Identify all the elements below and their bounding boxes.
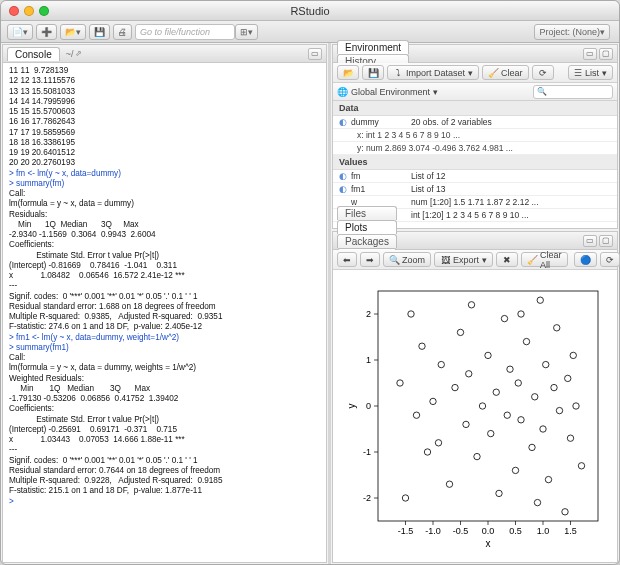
svg-text:0: 0 (365, 401, 370, 411)
print-button[interactable]: 🖨 (113, 24, 132, 40)
svg-point-46 (504, 412, 510, 418)
broom-icon: 🧹 (527, 255, 537, 265)
goto-file-input[interactable]: Go to file/function (135, 24, 235, 40)
svg-point-31 (429, 398, 435, 404)
new-project-button[interactable]: ➕ (36, 24, 57, 40)
environment-pane: EnvironmentHistory ▭ ▢ 📂 💾 ⤵Import Datas… (332, 44, 618, 229)
svg-text:1.0: 1.0 (536, 526, 549, 536)
load-workspace-button[interactable]: 📂 (337, 65, 359, 80)
import-icon: ⤵ (393, 68, 403, 78)
tab-plots[interactable]: Plots (337, 220, 397, 234)
svg-text:-1: -1 (362, 447, 370, 457)
console-path-icon[interactable]: ⇗ (75, 49, 82, 58)
svg-point-36 (457, 329, 463, 335)
rstudio-window: RStudio 📄▾ ➕ 📂▾ 💾 🖨 Go to file/function … (0, 0, 620, 565)
svg-point-53 (531, 394, 537, 400)
console-min-button[interactable]: ▭ (308, 48, 322, 60)
plots-min-button[interactable]: ▭ (583, 235, 597, 247)
plots-max-button[interactable]: ▢ (599, 235, 613, 247)
plots-toolbar: ⬅ ➡ 🔍Zoom 🖼Export ▾ ✖ 🧹Clear All 🔵 ⟳ (333, 250, 617, 270)
svg-point-70 (517, 311, 523, 317)
tab-files[interactable]: Files (337, 206, 397, 220)
zoom-button[interactable]: 🔍Zoom (383, 252, 431, 267)
refresh-plot-button[interactable]: ⟳ (600, 252, 620, 267)
scatter-plot: -1.5-1.0-0.50.00.51.01.5-2-1012xy (343, 281, 608, 551)
svg-point-42 (487, 430, 493, 436)
svg-text:0.0: 0.0 (481, 526, 494, 536)
svg-text:0.5: 0.5 (509, 526, 522, 536)
arrow-right-icon: ➡ (366, 255, 374, 265)
publish-icon: 🔵 (580, 255, 591, 265)
new-file-button[interactable]: 📄▾ (7, 24, 33, 40)
panes: Console ~/ ⇗ ▭ 11 11 9.72813912 12 13.11… (1, 43, 619, 564)
env-subrow: x: int 1 2 3 4 5 6 7 8 9 10 ... (333, 129, 617, 142)
env-row[interactable]: ◐fmList of 12 (333, 170, 617, 183)
export-button[interactable]: 🖼Export ▾ (434, 252, 493, 267)
svg-point-66 (578, 463, 584, 469)
svg-point-41 (484, 352, 490, 358)
tab-console[interactable]: Console (7, 47, 60, 61)
addins-button[interactable]: ⊞▾ (235, 24, 258, 40)
environment-header: EnvironmentHistory ▭ ▢ (333, 45, 617, 63)
traffic-lights (9, 6, 49, 16)
svg-point-61 (561, 509, 567, 515)
broom-icon: 🧹 (488, 68, 498, 78)
plot-prev-button[interactable]: ⬅ (337, 252, 357, 267)
remove-plot-button[interactable]: ✖ (496, 252, 518, 267)
view-mode-button[interactable]: ☰ List ▾ (568, 65, 613, 80)
svg-point-63 (567, 435, 573, 441)
env-row[interactable]: ◐dummy20 obs. of 2 variables (333, 116, 617, 129)
import-dataset-button[interactable]: ⤵Import Dataset ▾ (387, 65, 479, 80)
refresh-button[interactable]: ⟳ (532, 65, 554, 80)
minimize-icon[interactable] (24, 6, 34, 16)
svg-text:1.5: 1.5 (564, 526, 577, 536)
svg-point-44 (495, 490, 501, 496)
svg-point-56 (542, 361, 548, 367)
svg-point-68 (407, 311, 413, 317)
env-scope[interactable]: Global Environment ▾ (351, 87, 438, 97)
publish-button[interactable]: 🔵 (574, 252, 597, 267)
clear-button[interactable]: 🧹Clear (482, 65, 529, 80)
env-max-button[interactable]: ▢ (599, 48, 613, 60)
clear-all-button[interactable]: 🧹Clear All (521, 252, 568, 267)
svg-point-40 (479, 403, 485, 409)
zoom-icon[interactable] (39, 6, 49, 16)
refresh-icon: ⟳ (606, 255, 614, 265)
svg-point-60 (556, 407, 562, 413)
svg-point-58 (550, 384, 556, 390)
arrow-left-icon: ⬅ (343, 255, 351, 265)
console-header: Console ~/ ⇗ ▭ (3, 45, 326, 63)
tab-environment[interactable]: Environment (337, 40, 409, 54)
titlebar[interactable]: RStudio (1, 1, 619, 21)
svg-point-51 (523, 338, 529, 344)
svg-point-35 (451, 384, 457, 390)
svg-point-69 (468, 302, 474, 308)
plots-header: FilesPlotsPackagesHelpViewer ▭ ▢ (333, 232, 617, 250)
project-menu[interactable]: Project: (None) ▾ (534, 24, 610, 40)
save-workspace-button[interactable]: 💾 (362, 65, 384, 80)
save-button[interactable]: 💾 (89, 24, 110, 40)
tab-packages[interactable]: Packages (337, 234, 397, 248)
zoom-icon: 🔍 (389, 255, 399, 265)
svg-point-57 (545, 476, 551, 482)
main-toolbar: 📄▾ ➕ 📂▾ 💾 🖨 Go to file/function ⊞▾ Proje… (1, 21, 619, 43)
svg-point-29 (418, 343, 424, 349)
console-output[interactable]: 11 11 9.72813912 12 13.111557613 13 15.5… (3, 63, 326, 562)
env-search-input[interactable]: 🔍 (533, 85, 613, 99)
svg-text:-0.5: -0.5 (452, 526, 468, 536)
svg-point-43 (493, 389, 499, 395)
environment-toolbar: 📂 💾 ⤵Import Dataset ▾ 🧹Clear ⟳ ☰ List ▾ (333, 63, 617, 83)
open-file-button[interactable]: 📂▾ (60, 24, 86, 40)
svg-point-71 (534, 499, 540, 505)
env-section: Data (333, 101, 617, 116)
svg-point-50 (517, 417, 523, 423)
env-min-button[interactable]: ▭ (583, 48, 597, 60)
open-folder-icon: 📂 (343, 68, 353, 78)
delete-icon: ✖ (502, 255, 512, 265)
svg-point-52 (528, 444, 534, 450)
svg-point-39 (473, 453, 479, 459)
plot-next-button[interactable]: ➡ (360, 252, 380, 267)
env-row[interactable]: ◐fm1List of 13 (333, 183, 617, 196)
close-icon[interactable] (9, 6, 19, 16)
svg-point-67 (402, 495, 408, 501)
